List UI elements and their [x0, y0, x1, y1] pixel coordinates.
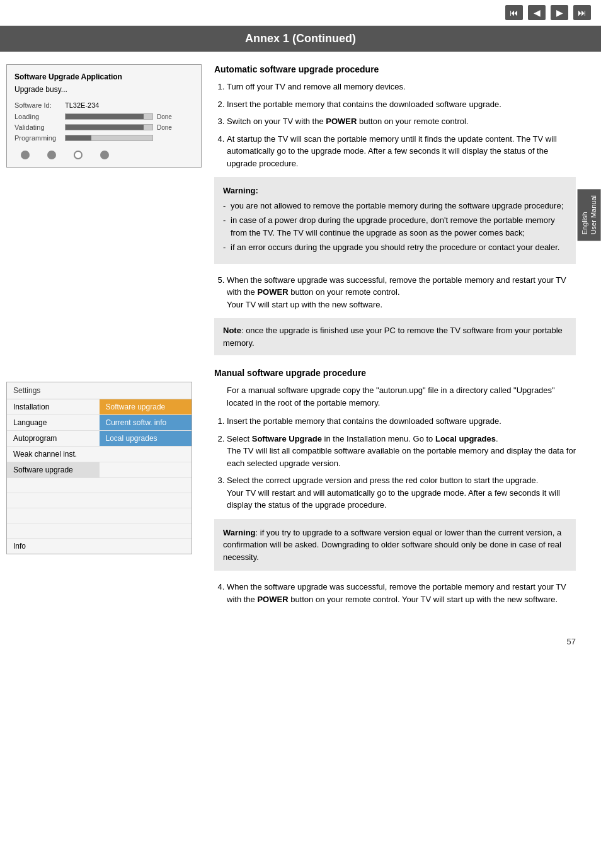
manual-intro: For a manual software upgrade copy the "…: [214, 384, 576, 409]
manual-step-2: Select Software Upgrade in the Installat…: [227, 433, 576, 470]
settings-current-softw-option[interactable]: Current softw. info: [100, 415, 192, 430]
settings-installation-label: Installation: [7, 399, 100, 414]
software-id-label: Software Id:: [14, 101, 65, 109]
automatic-section-heading: Automatic software upgrade procedure: [214, 64, 576, 74]
loading-label: Loading: [14, 113, 65, 120]
validating-progress-bar: [65, 124, 153, 130]
settings-menu-box: Settings Installation Software upgrade L…: [6, 382, 192, 554]
left-panel: Software Upgrade Application Upgrade bus…: [6, 64, 208, 618]
automatic-note-box: Note: once the upgrade is finished use y…: [214, 318, 576, 355]
upgrade-app-title: Software Upgrade Application: [14, 72, 193, 81]
auto-step-2: Insert the portable memory that contains…: [227, 98, 576, 111]
settings-empty-1: [7, 478, 192, 493]
auto-step-3: Switch on your TV with the POWER button …: [227, 115, 576, 128]
auto-warn-3: if an error occurs during the upgrade yo…: [223, 241, 567, 254]
settings-software-upgrade-value: [100, 462, 192, 477]
settings-row-installation[interactable]: Installation Software upgrade: [7, 399, 192, 415]
settings-language-label: Language: [7, 415, 100, 430]
nav-back-button[interactable]: ◀: [528, 5, 546, 20]
loading-progress-bar: [65, 113, 153, 120]
automatic-section: Automatic software upgrade procedure Tur…: [214, 64, 576, 355]
automatic-warning-box: Warning: you are not allowed to remove t…: [214, 177, 576, 264]
settings-row-software-upgrade[interactable]: Software upgrade: [7, 462, 192, 478]
auto-step-4: At startup the TV will scan the portable…: [227, 133, 576, 170]
settings-row-weak-channel[interactable]: Weak channel inst.: [7, 447, 192, 462]
auto-step-1: Turn off your TV and remove all memory d…: [227, 81, 576, 93]
settings-local-upgrades-option[interactable]: Local upgrades: [100, 431, 192, 446]
page-header: Annex 1 (Continued): [0, 26, 601, 52]
settings-row-language[interactable]: Language Current softw. info: [7, 415, 192, 431]
nav-skip-back-button[interactable]: ⏮: [505, 5, 523, 20]
manual-section: Manual software upgrade procedure For a …: [214, 368, 576, 605]
upgrade-busy-label: Upgrade busy...: [14, 85, 193, 94]
validating-progress-row: Validating Done: [14, 123, 193, 131]
main-content: Software Upgrade Application Upgrade bus…: [0, 64, 601, 618]
programming-fill: [66, 135, 91, 140]
software-id-value: TL32E-234: [65, 101, 99, 109]
settings-weak-channel-label: Weak channel inst.: [7, 447, 100, 462]
settings-panel: Settings Installation Software upgrade L…: [6, 382, 202, 554]
validating-label: Validating: [14, 123, 65, 131]
page-number: 57: [0, 631, 601, 653]
programming-progress-bar: [65, 135, 153, 141]
loading-fill: [66, 114, 144, 119]
manual-step-4: When the software upgrade was successful…: [227, 581, 576, 605]
dot-3: [74, 151, 83, 159]
settings-info-row: Info: [7, 539, 192, 554]
dot-2: [47, 151, 56, 159]
settings-empty-3: [7, 508, 192, 523]
settings-title: Settings: [7, 382, 192, 399]
nav-skip-forward-button[interactable]: ⏭: [573, 5, 591, 20]
manual-section-heading: Manual software upgrade procedure: [214, 368, 576, 378]
settings-autoprogram-label: Autoprogram: [7, 431, 100, 446]
automatic-warning-list: you are not allowed to remove the portab…: [223, 200, 567, 254]
programming-progress-row: Programming: [14, 134, 193, 142]
validating-done: Done: [157, 124, 172, 131]
top-navigation: ⏮ ◀ ▶ ⏭: [0, 0, 601, 26]
auto-warn-1: you are not allowed to remove the portab…: [223, 200, 567, 212]
automatic-steps-list: Turn off your TV and remove all memory d…: [214, 81, 576, 169]
settings-software-upgrade-option[interactable]: Software upgrade: [100, 399, 192, 414]
settings-software-upgrade-label[interactable]: Software upgrade: [7, 462, 100, 477]
auto-warn-2: in case of a power drop during the upgra…: [223, 214, 567, 239]
manual-steps-list: Insert the portable memory that contains…: [214, 415, 576, 511]
nav-icon-group[interactable]: ⏮ ◀ ▶ ⏭: [505, 5, 591, 20]
settings-row-autoprogram[interactable]: Autoprogram Local upgrades: [7, 431, 192, 447]
validating-fill: [66, 125, 144, 130]
dot-4: [100, 151, 109, 159]
dot-indicators: [14, 151, 193, 159]
sidebar-language-tab: English User Manual: [578, 189, 601, 241]
upgrade-app-box: Software Upgrade Application Upgrade bus…: [6, 64, 202, 168]
manual-warning-box: Warning: if you try to upgrade to a soft…: [214, 519, 576, 571]
loading-done: Done: [157, 113, 172, 120]
settings-weak-channel-value: [100, 447, 192, 462]
settings-empty-2: [7, 493, 192, 508]
auto-step-5: When the software upgrade was successful…: [227, 274, 576, 311]
automatic-warning-title: Warning:: [223, 185, 567, 197]
manual-warning-text: if you try to upgrade to a software vers…: [223, 528, 561, 562]
automatic-note-title: Note: [223, 326, 241, 335]
page-title: Annex 1 (Continued): [245, 32, 356, 45]
loading-progress-row: Loading Done: [14, 113, 193, 120]
dot-1: [21, 151, 30, 159]
settings-empty-4: [7, 523, 192, 539]
automatic-step5-list: When the software upgrade was successful…: [214, 274, 576, 311]
right-panel: Automatic software upgrade procedure Tur…: [208, 64, 595, 618]
manual-step-1: Insert the portable memory that contains…: [227, 415, 576, 428]
manual-warning-title: Warning: [223, 528, 256, 537]
nav-forward-button[interactable]: ▶: [551, 5, 568, 20]
manual-step4-list: When the software upgrade was successful…: [214, 581, 576, 605]
manual-step-3: Select the correct upgrade version and p…: [227, 474, 576, 511]
programming-label: Programming: [14, 134, 65, 142]
automatic-note-text: once the upgrade is finished use your PC…: [223, 326, 563, 348]
software-id-row: Software Id: TL32E-234: [14, 101, 193, 109]
